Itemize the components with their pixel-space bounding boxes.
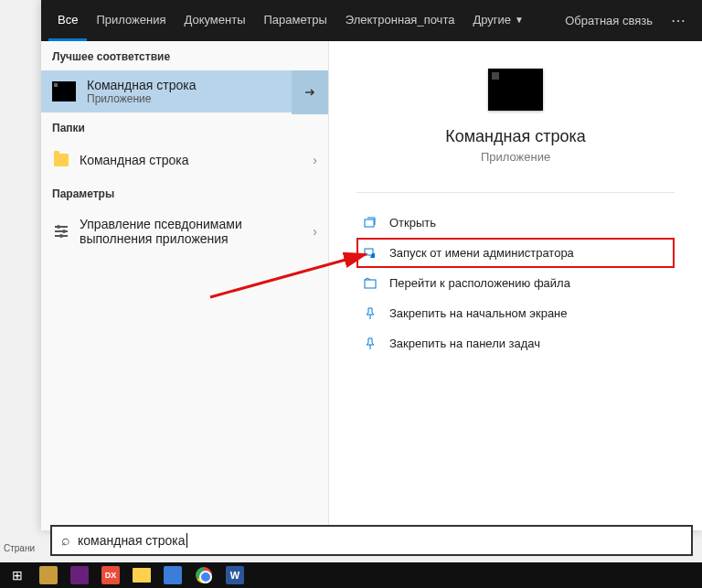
best-match-title: Командная строка	[87, 78, 317, 92]
sliders-icon	[55, 226, 68, 237]
best-match-header: Лучшее соответствие	[41, 41, 328, 70]
chevron-right-icon: ›	[313, 153, 317, 167]
cmd-icon	[52, 81, 76, 102]
start-button[interactable]: ⊞	[4, 564, 31, 586]
action-pin-start[interactable]: Закрепить на начальном экране	[356, 298, 675, 328]
action-pin-taskbar[interactable]: Закрепить на панели задач	[356, 328, 675, 358]
chevron-right-icon: ›	[313, 224, 317, 239]
svg-rect-2	[365, 280, 376, 288]
best-match-result[interactable]: Командная строка Приложение	[41, 70, 328, 112]
settings-header: Параметры	[41, 178, 328, 208]
tab-bar: Все Приложения Документы Параметры Элект…	[41, 0, 702, 41]
tab-other[interactable]: Другие▼	[463, 0, 533, 41]
action-go-location[interactable]: Перейти к расположению файла	[356, 268, 675, 298]
pin-taskbar-icon	[362, 337, 378, 350]
taskbar-app-lol[interactable]	[35, 564, 62, 586]
best-match-subtitle: Приложение	[87, 92, 317, 105]
tab-apps[interactable]: Приложения	[87, 0, 175, 41]
action-run-admin[interactable]: Запуск от имени администратора	[356, 238, 675, 268]
admin-icon	[362, 247, 378, 260]
preview-subtitle: Приложение	[347, 150, 684, 164]
open-icon	[362, 217, 378, 230]
tab-docs[interactable]: Документы	[175, 0, 254, 41]
settings-result[interactable]: Управление псевдонимами выполнения прило…	[41, 208, 328, 255]
folder-result[interactable]: Командная строка ›	[41, 142, 328, 178]
preview-panel: Командная строка Приложение Открыть Запу…	[329, 41, 702, 530]
tab-params[interactable]: Параметры	[254, 0, 335, 41]
taskbar-app-dx[interactable]: DX	[97, 564, 124, 586]
taskbar-app-word[interactable]: W	[221, 564, 249, 586]
taskbar-app-vs[interactable]	[66, 564, 93, 586]
svg-rect-0	[365, 219, 374, 227]
tab-all[interactable]: Все	[48, 0, 87, 41]
divider	[356, 192, 675, 193]
search-window: Все Приложения Документы Параметры Элект…	[41, 0, 702, 530]
folder-icon	[54, 154, 69, 166]
content-area: Лучшее соответствие Командная строка При…	[41, 41, 702, 530]
pin-start-icon	[362, 307, 378, 320]
tab-email[interactable]: Электронная_почта	[336, 0, 464, 41]
search-query: командная строка	[78, 533, 186, 548]
taskbar-app-chrome[interactable]	[190, 564, 218, 586]
taskbar: ⊞ DX W	[0, 562, 702, 588]
preview-cmd-icon	[488, 69, 543, 111]
search-bar[interactable]: ⌕ командная строка	[50, 525, 693, 556]
search-icon: ⌕	[61, 532, 70, 549]
taskbar-app-generic[interactable]	[159, 564, 186, 586]
location-icon	[362, 277, 378, 290]
results-panel: Лучшее соответствие Командная строка При…	[41, 41, 329, 530]
more-icon[interactable]: ⋯	[662, 12, 695, 29]
expand-arrow-button[interactable]	[292, 70, 328, 114]
folders-header: Папки	[41, 112, 328, 142]
taskbar-app-explorer[interactable]	[128, 564, 155, 586]
preview-title: Командная строка	[347, 127, 684, 146]
chevron-down-icon: ▼	[515, 15, 524, 25]
feedback-link[interactable]: Обратная связь	[556, 3, 662, 38]
arrow-right-icon	[303, 85, 317, 100]
folder-label: Командная строка	[80, 153, 313, 167]
action-open[interactable]: Открыть	[356, 208, 675, 238]
page-label: Страни	[4, 543, 35, 553]
text-cursor	[186, 533, 187, 548]
settings-label: Управление псевдонимами выполнения прило…	[80, 217, 313, 246]
